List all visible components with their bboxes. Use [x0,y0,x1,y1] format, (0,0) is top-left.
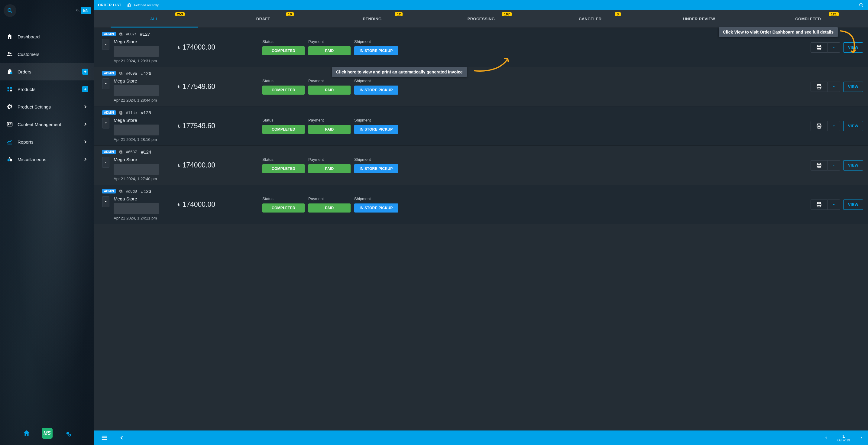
shipment-label: Shipment [354,39,398,44]
lang-bn[interactable]: বাং [74,7,81,14]
sidebar-nav: Dashboard Customers Orders + Product [0,28,94,168]
topbar-search-button[interactable] [858,2,864,8]
menu-button[interactable] [99,433,110,443]
view-button-label: VIEW [848,84,858,89]
view-order-button[interactable]: VIEW [843,82,863,92]
status-label: Status [262,197,305,201]
order-hash: #6587 [126,150,137,154]
lang-en[interactable]: EN [81,7,90,14]
refresh-indicator[interactable]: Fetched recently [127,3,159,7]
triangle-right-icon [860,436,863,440]
svg-point-3 [10,72,12,74]
tab-pending[interactable]: PENDING 12 [318,10,427,28]
shipment-pill[interactable]: IN STORE PICKUP [354,46,398,55]
tab-badge: 107 [502,12,512,16]
status-pill[interactable]: COMPLETED [262,86,305,95]
chart-icon [6,138,13,145]
print-options-button[interactable] [828,121,840,131]
print-options-button[interactable] [828,82,840,92]
tab-draft[interactable]: DRAFT 10 [209,10,318,28]
copy-icon[interactable] [119,150,123,154]
content-icon [6,121,13,128]
sidebar-item-products[interactable]: Products + [0,81,94,98]
order-timestamp: Apr 21 2024, 1:27:40 pm [114,177,159,181]
shipment-pill[interactable]: IN STORE PICKUP [354,164,398,173]
status-pill[interactable]: COMPLETED [262,46,305,55]
copy-icon[interactable] [119,111,123,115]
status-label: Status [262,79,305,83]
print-options-button[interactable] [828,42,840,53]
print-options-button[interactable] [828,200,840,210]
print-invoice-button[interactable] [811,200,828,210]
copy-icon[interactable] [119,71,123,76]
status-pill[interactable]: COMPLETED [262,125,305,134]
printer-icon [816,44,822,51]
users-icon [6,51,13,58]
sidebar-item-miscellaneous[interactable]: Miscellaneous [0,151,94,168]
print-invoice-button[interactable] [811,82,828,92]
sidebar-item-label: Content Management [18,122,82,127]
page-next-button[interactable] [860,436,863,440]
row-expand-button[interactable] [102,39,110,50]
copy-icon[interactable] [119,32,123,36]
tab-processing[interactable]: PROCESSING 107 [427,10,536,28]
sidebar-item-product-settings[interactable]: Product Settings [0,98,94,116]
home-button[interactable] [21,427,32,439]
order-row: ADMIN #d8d8 #123 Mega Store Apr 21 2024,… [94,185,868,224]
back-button[interactable] [117,433,127,443]
row-expand-button[interactable] [102,78,110,89]
payment-pill[interactable]: PAID [308,204,350,212]
sidebar-search-button[interactable] [4,4,16,17]
order-timestamp: Apr 21 2024, 1:24:11 pm [114,216,159,220]
payment-pill[interactable]: PAID [308,46,350,55]
sidebar-item-reports[interactable]: Reports [0,133,94,151]
sidebar-item-dashboard[interactable]: Dashboard [0,28,94,46]
view-order-button[interactable]: VIEW [843,42,863,53]
caret-down-icon [104,160,107,164]
sidebar-item-orders[interactable]: Orders + [0,63,94,81]
svg-point-2 [10,53,11,54]
tab-canceled[interactable]: CANCELED 3 [535,10,645,28]
add-order-button[interactable]: + [82,69,88,75]
status-label: Status [262,118,305,122]
order-number: #124 [141,149,151,154]
status-pill[interactable]: COMPLETED [262,204,305,212]
chevron-right-icon [82,104,88,110]
payment-pill[interactable]: PAID [308,125,350,134]
order-row: ADMIN #409a #126 Mega Store Apr 21 2024,… [94,67,868,107]
print-invoice-button[interactable] [811,121,828,131]
sidebar-item-customers[interactable]: Customers [0,46,94,63]
shipment-pill[interactable]: IN STORE PICKUP [354,125,398,134]
shipment-pill[interactable]: IN STORE PICKUP [354,204,398,212]
order-number: #125 [141,110,151,115]
row-expand-button[interactable] [102,196,110,207]
tab-all[interactable]: ALL 253 [100,10,209,28]
order-row: ADMIN #11cb #125 Mega Store Apr 21 2024,… [94,107,868,146]
status-pill[interactable]: COMPLETED [262,164,305,173]
payment-pill[interactable]: PAID [308,164,350,173]
sidebar-item-content-management[interactable]: Content Management [0,116,94,133]
print-invoice-button[interactable] [811,42,828,53]
view-order-button[interactable]: VIEW [843,200,863,210]
caret-down-icon [832,164,836,167]
page-prev-button[interactable] [824,436,828,440]
row-expand-button[interactable] [102,118,110,128]
settings-button[interactable] [62,427,73,439]
view-order-button[interactable]: VIEW [843,160,863,171]
payment-pill[interactable]: PAID [308,86,350,95]
order-amount: ৳ 177549.60 [178,83,256,91]
store-switcher-button[interactable]: MS [41,427,53,439]
add-product-button[interactable]: + [82,86,88,92]
language-toggle[interactable]: বাং EN [74,7,91,14]
sidebar-item-label: Customers [18,52,88,57]
view-order-button[interactable]: VIEW [843,121,863,131]
print-options-button[interactable] [828,160,840,171]
row-expand-button[interactable] [102,157,110,168]
shipment-pill[interactable]: IN STORE PICKUP [354,86,398,95]
print-invoice-button[interactable] [811,160,828,171]
tab-completed[interactable]: COMPLETED 121 [753,10,863,28]
triangle-left-icon [824,436,828,440]
copy-icon[interactable] [119,189,123,194]
tab-under-review[interactable]: UNDER REVIEW [645,10,754,28]
svg-rect-5 [10,87,12,89]
